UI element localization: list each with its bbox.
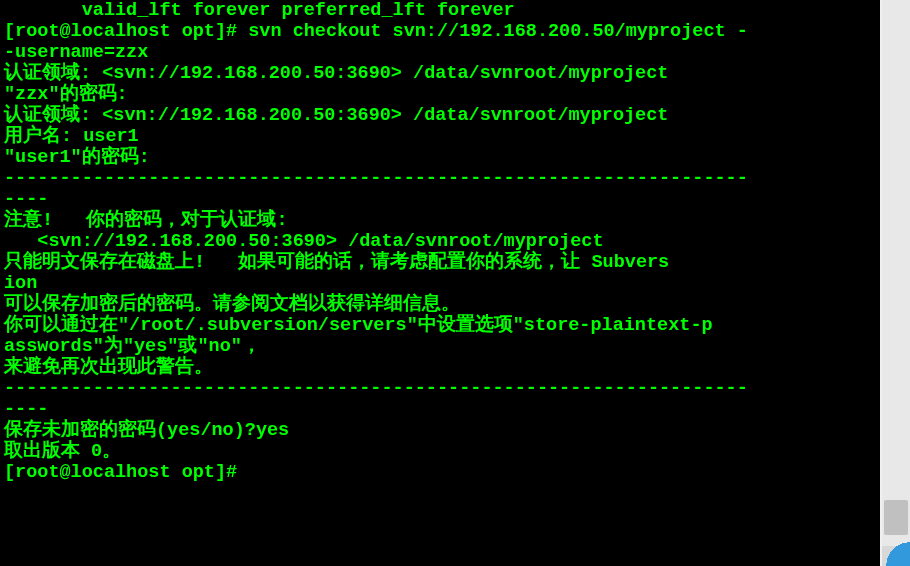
terminal-line: 你可以通过在"/root/.subversion/servers"中设置选项"s… (4, 315, 876, 336)
terminal-line: 取出版本 0。 (4, 441, 876, 462)
terminal-line: -username=zzx (4, 42, 876, 63)
terminal-line: 认证领域: <svn://192.168.200.50:3690> /data/… (4, 105, 876, 126)
terminal-line: 可以保存加密后的密码。请参阅文档以获得详细信息。 (4, 294, 876, 315)
terminal-line: valid_lft forever preferred_lft forever (4, 0, 876, 21)
terminal-line: 认证领域: <svn://192.168.200.50:3690> /data/… (4, 63, 876, 84)
terminal-line: ---- (4, 399, 876, 420)
terminal-line: 保存未加密的密码(yes/no)?yes (4, 420, 876, 441)
scrollbar-track[interactable] (882, 0, 910, 566)
terminal-prompt[interactable]: [root@localhost opt]# (4, 462, 876, 483)
scrollbar-thumb[interactable] (884, 500, 908, 535)
terminal-line: [root@localhost opt]# svn checkout svn:/… (4, 21, 876, 42)
terminal-line: ion (4, 273, 876, 294)
terminal-line: "user1"的密码: (4, 147, 876, 168)
terminal-line: 来避免再次出现此警告。 (4, 357, 876, 378)
terminal-window[interactable]: valid_lft forever preferred_lft forever … (0, 0, 880, 566)
terminal-line: 用户名: user1 (4, 126, 876, 147)
terminal-line: ---- (4, 189, 876, 210)
terminal-line: ----------------------------------------… (4, 168, 876, 189)
terminal-line: 只能明文保存在磁盘上! 如果可能的话，请考虑配置你的系统，让 Subvers (4, 252, 876, 273)
resize-handle-icon[interactable] (882, 538, 910, 566)
terminal-line: ----------------------------------------… (4, 378, 876, 399)
terminal-line: asswords"为"yes"或"no"， (4, 336, 876, 357)
terminal-line: 注意! 你的密码，对于认证域: (4, 210, 876, 231)
terminal-line: "zzx"的密码: (4, 84, 876, 105)
terminal-line: <svn://192.168.200.50:3690> /data/svnroo… (4, 231, 876, 252)
